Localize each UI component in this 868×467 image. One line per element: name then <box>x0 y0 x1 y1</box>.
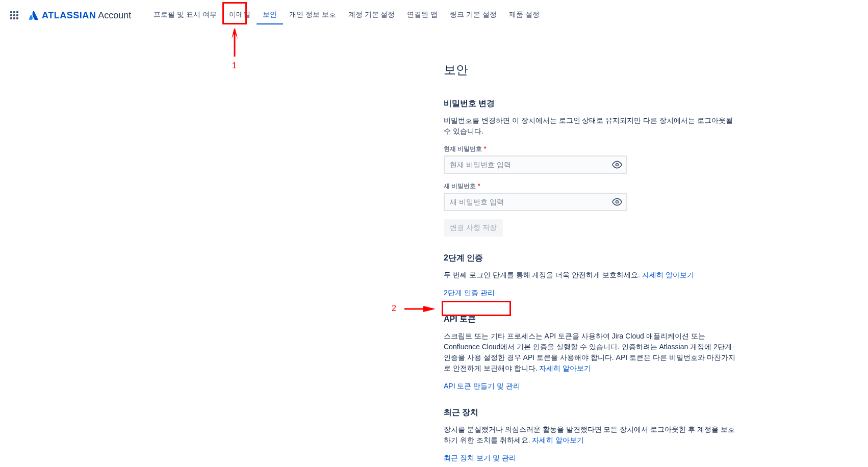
new-password-input[interactable] <box>444 193 627 211</box>
annotation-label-2: 2 <box>392 304 396 313</box>
svg-point-2 <box>616 164 619 166</box>
devices-manage-link[interactable]: 최근 장치 보기 및 관리 <box>444 454 739 463</box>
twostep-section: 2단계 인증 두 번째 로그인 단계를 통해 계정을 더욱 안전하게 보호하세요… <box>444 253 739 298</box>
main-content: 보안 비밀번호 변경 비밀번호를 변경하면 이 장치에서는 로그인 상태로 유지… <box>444 31 739 463</box>
annotation-label-1: 1 <box>232 61 237 70</box>
svg-point-3 <box>616 201 619 203</box>
nav-account-prefs[interactable]: 계정 기본 설정 <box>342 6 401 24</box>
password-description: 비밀번호를 변경하면 이 장치에서는 로그인 상태로 유지되지만 다른 장치에서… <box>444 115 739 137</box>
twostep-description: 두 번째 로그인 단계를 통해 계정을 더욱 안전하게 보호하세요. 자세히 알… <box>444 270 739 280</box>
save-password-button[interactable]: 변경 사항 저장 <box>444 219 503 237</box>
devices-description: 장치를 분실했거나 의심스러운 활동을 발견했다면 모든 장치에서 로그아웃한 … <box>444 424 739 446</box>
nav-link-prefs[interactable]: 링크 기본 설정 <box>444 6 503 24</box>
logo[interactable]: ATLASSIAN Account <box>29 10 131 21</box>
devices-learnmore-link[interactable]: 자세히 알아보기 <box>532 436 584 444</box>
api-heading: API 토큰 <box>444 314 739 325</box>
current-password-label: 현재 비밀번호 * <box>444 145 739 153</box>
current-password-input[interactable] <box>444 155 627 174</box>
nav-profile[interactable]: 프로필 및 표시 여부 <box>147 6 223 24</box>
password-section: 비밀번호 변경 비밀번호를 변경하면 이 장치에서는 로그인 상태로 유지되지만… <box>444 98 739 237</box>
devices-heading: 최근 장치 <box>444 407 739 418</box>
twostep-heading: 2단계 인증 <box>444 253 739 264</box>
nav-product-settings[interactable]: 제품 설정 <box>503 6 546 24</box>
twostep-learnmore-link[interactable]: 자세히 알아보기 <box>642 271 694 279</box>
devices-section: 최근 장치 장치를 분실했거나 의심스러운 활동을 발견했다면 모든 장치에서 … <box>444 407 739 463</box>
page-title: 보안 <box>444 62 739 78</box>
logo-text: ATLASSIAN Account <box>42 10 131 21</box>
app-switcher-icon[interactable] <box>8 9 20 21</box>
main-nav: 프로필 및 표시 여부 이메일 보안 개인 정보 보호 계정 기본 설정 연결된… <box>147 6 546 24</box>
atlassian-logo-icon <box>29 10 39 20</box>
new-password-group: 새 비밀번호 * <box>444 182 739 211</box>
api-manage-link[interactable]: API 토큰 만들기 및 관리 <box>444 382 739 391</box>
api-learnmore-link[interactable]: 자세히 알아보기 <box>539 364 591 372</box>
eye-icon[interactable] <box>612 197 622 207</box>
current-password-group: 현재 비밀번호 * <box>444 145 739 174</box>
api-description: 스크립트 또는 기타 프로세스는 API 토큰을 사용하여 Jira Cloud… <box>444 331 739 374</box>
nav-privacy[interactable]: 개인 정보 보호 <box>283 6 342 24</box>
password-heading: 비밀번호 변경 <box>444 98 739 109</box>
header: ATLASSIAN Account 프로필 및 표시 여부 이메일 보안 개인 … <box>0 0 868 31</box>
new-password-label: 새 비밀번호 * <box>444 182 739 191</box>
nav-email[interactable]: 이메일 <box>223 6 257 24</box>
nav-security[interactable]: 보안 <box>257 6 283 24</box>
api-token-section: API 토큰 스크립트 또는 기타 프로세스는 API 토큰을 사용하여 Jir… <box>444 314 739 391</box>
annotation-arrow-1 <box>231 29 241 59</box>
twostep-manage-link[interactable]: 2단계 인증 관리 <box>444 289 739 298</box>
eye-icon[interactable] <box>612 160 622 170</box>
nav-connected-apps[interactable]: 연결된 앱 <box>401 6 444 24</box>
annotation-arrow-2 <box>402 304 438 314</box>
